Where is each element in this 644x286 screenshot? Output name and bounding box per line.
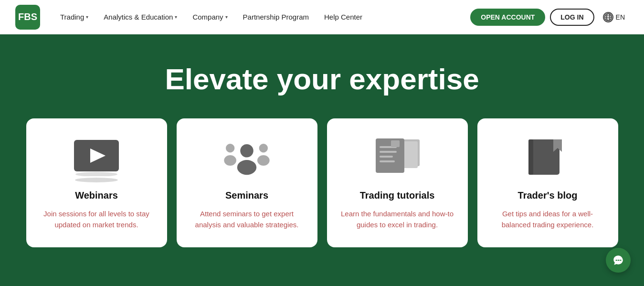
svg-point-10 [259,144,268,152]
card-blog-title: Trader's blog [518,190,578,201]
chat-button[interactable] [606,248,631,273]
logo[interactable]: FBS [15,5,40,30]
nav-company[interactable]: Company ▾ [186,9,234,25]
hero-section: Elevate your expertise Webinars Join ses… [0,34,644,286]
card-tutorials[interactable]: Trading tutorials Learn the fundamentals… [327,118,468,247]
navbar: FBS Trading ▾ Analytics & Education ▾ Co… [0,0,644,34]
globe-icon [603,12,613,22]
svg-point-13 [237,160,256,175]
svg-rect-19 [380,156,393,158]
svg-rect-18 [380,151,397,153]
webinar-icon [68,136,125,179]
svg-point-5 [75,172,117,176]
cards-row: Webinars Join sessions for all levels to… [26,118,618,247]
card-webinars-title: Webinars [75,190,118,201]
card-seminars[interactable]: Seminars Attend seminars to get expert a… [177,118,317,247]
seminars-icon [218,136,275,179]
hero-title: Elevate your expertise [165,63,479,95]
svg-point-8 [226,144,234,152]
svg-rect-21 [391,140,400,147]
tutorials-icon [369,136,426,179]
login-button[interactable]: LOG IN [550,9,594,26]
card-webinars-desc: Join sessions for all levels to stay upd… [40,209,154,230]
svg-point-9 [224,155,236,166]
nav-links: Trading ▾ Analytics & Education ▾ Compan… [53,9,466,25]
chevron-down-icon: ▾ [86,14,88,20]
card-seminars-desc: Attend seminars to get expert analysis a… [190,209,304,230]
card-blog[interactable]: Trader's blog Get tips and ideas for a w… [477,118,618,247]
svg-rect-20 [380,160,395,162]
nav-analytics[interactable]: Analytics & Education ▾ [97,9,184,25]
svg-point-12 [240,144,253,158]
card-webinars[interactable]: Webinars Join sessions for all levels to… [26,118,167,247]
card-tutorials-desc: Learn the fundamentals and how-to guides… [340,209,454,230]
chevron-down-icon: ▾ [225,14,228,20]
svg-rect-24 [528,139,533,175]
nav-partnership[interactable]: Partnership Program [236,9,316,25]
nav-trading[interactable]: Trading ▾ [53,9,95,25]
nav-help[interactable]: Help Center [317,9,369,25]
open-account-button[interactable]: OPEN ACCOUNT [470,9,545,26]
card-tutorials-title: Trading tutorials [360,190,435,201]
svg-point-11 [257,155,270,166]
nav-actions: OPEN ACCOUNT LOG IN EN [470,9,629,26]
language-selector[interactable]: EN [599,9,629,25]
chevron-down-icon: ▾ [175,14,177,20]
blog-icon [519,136,576,179]
card-blog-desc: Get tips and ideas for a well-balanced t… [491,209,605,230]
card-seminars-title: Seminars [225,190,268,201]
